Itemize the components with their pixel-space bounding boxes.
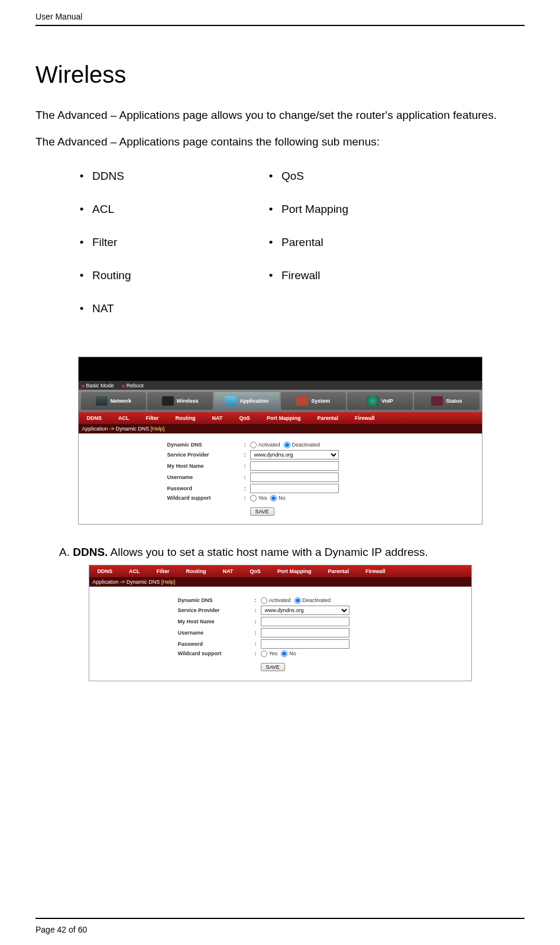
radio-label: Activated (269, 597, 291, 603)
tab-label: Status (446, 398, 462, 404)
subtab-firewall[interactable]: Firewall (357, 568, 394, 574)
tab-label: VoIP (381, 398, 393, 404)
breadcrumb: Application -> Dynamic DNS [Help] (79, 424, 482, 433)
deactivated-radio[interactable]: Deactivated (284, 442, 321, 448)
tab-label: Wireless (177, 398, 199, 404)
item-a-description: A. DDNS. Allows you to set a static host… (59, 546, 525, 559)
password-label: Password (167, 486, 244, 491)
submenu-item: Filter (71, 236, 260, 249)
activated-radio[interactable]: Activated (261, 597, 291, 604)
service-provider-label: Service Provider (178, 607, 255, 613)
page-footer: Page 42 of 60 (35, 925, 87, 934)
subtab-ddns[interactable]: DDNS (79, 415, 111, 421)
logo-banner (79, 357, 482, 381)
service-provider-label: Service Provider (167, 452, 244, 458)
password-label: Password (178, 641, 255, 647)
subtab-portmapping[interactable]: Port Mapping (258, 415, 309, 421)
radio-label: Deactivated (303, 597, 331, 603)
system-icon (296, 396, 308, 406)
basic-mode-link[interactable]: Basic Mode (82, 383, 114, 389)
subtab-routing[interactable]: Routing (178, 568, 215, 574)
router-screenshot-1: Basic Mode Reboot Network Wireless Appli… (78, 357, 483, 525)
password-input[interactable] (261, 639, 349, 649)
item-a-bold: DDNS. (73, 546, 108, 558)
wildcard-no-radio[interactable]: No (270, 495, 286, 501)
subtab-filter[interactable]: Filter (148, 568, 178, 574)
tab-network[interactable]: Network (81, 392, 147, 410)
help-link[interactable]: [Help] (161, 579, 176, 585)
breadcrumb-text: Application -> Dynamic DNS (93, 579, 161, 585)
subtab-ddns[interactable]: DDNS (89, 568, 121, 574)
breadcrumb: Application -> Dynamic DNS [Help] (89, 577, 471, 587)
wildcard-label: Wildcard support (167, 495, 244, 501)
activated-radio[interactable]: Activated (250, 442, 280, 448)
mode-bar: Basic Mode Reboot (79, 381, 482, 390)
tab-application[interactable]: Application (214, 392, 280, 410)
intro-paragraph-1: The Advanced – Applications page allows … (35, 103, 525, 128)
subtab-parental[interactable]: Parental (309, 415, 347, 421)
breadcrumb-text: Application -> Dynamic DNS (82, 426, 151, 432)
sub-tabs: DDNS ACL Filter Routing NAT QoS Port Map… (89, 565, 471, 577)
subtab-parental[interactable]: Parental (319, 568, 357, 574)
submenu-item: Routing (71, 269, 260, 282)
ddns-form: Dynamic DNS: Activated Deactivated Servi… (89, 587, 471, 681)
username-label: Username (178, 630, 255, 636)
voip-icon (367, 396, 378, 406)
radio-label: No (279, 495, 286, 501)
network-icon (96, 396, 108, 406)
footer-rule (35, 918, 525, 919)
reboot-link[interactable]: Reboot (122, 383, 144, 389)
subtab-routing[interactable]: Routing (167, 415, 204, 421)
wildcard-yes-radio[interactable]: Yes (261, 651, 278, 657)
host-name-input[interactable] (261, 617, 349, 626)
application-icon (225, 396, 237, 406)
wildcard-yes-radio[interactable]: Yes (250, 495, 267, 501)
subtab-firewall[interactable]: Firewall (347, 415, 383, 421)
wildcard-label: Wildcard support (178, 651, 255, 656)
subtab-acl[interactable]: ACL (110, 415, 138, 421)
tab-system[interactable]: System (281, 392, 347, 410)
submenu-item: NAT (71, 302, 260, 315)
save-button[interactable]: SAVE (261, 663, 285, 671)
subtab-portmapping[interactable]: Port Mapping (269, 568, 320, 574)
host-name-input[interactable] (250, 461, 339, 471)
subtab-acl[interactable]: ACL (121, 568, 148, 574)
radio-label: Yes (269, 651, 278, 656)
service-provider-select[interactable]: www.dyndns.org (261, 606, 349, 615)
radio-label: Yes (258, 495, 267, 501)
ddns-form: Dynamic DNS: Activated Deactivated Servi… (79, 433, 482, 524)
host-name-label: My Host Name (178, 619, 255, 624)
submenu-item: DDNS (71, 170, 260, 183)
page-header: User Manual (35, 12, 525, 26)
dynamic-dns-label: Dynamic DNS (167, 442, 244, 448)
tab-status[interactable]: Status (414, 392, 480, 410)
status-icon (431, 396, 443, 406)
submenu-list: DDNS QoS ACL Port Mapping Filter Parenta… (71, 170, 525, 315)
tab-voip[interactable]: VoIP (347, 392, 413, 410)
submenu-item: Parental (260, 236, 449, 249)
subtab-qos[interactable]: QoS (231, 415, 258, 421)
tab-label: System (311, 398, 330, 404)
wildcard-no-radio[interactable]: No (281, 651, 296, 657)
submenu-item: Firewall (260, 269, 449, 282)
subtab-nat[interactable]: NAT (204, 415, 231, 421)
save-button[interactable]: SAVE (250, 507, 274, 516)
dynamic-dns-label: Dynamic DNS (178, 597, 255, 603)
tab-wireless[interactable]: Wireless (147, 392, 213, 410)
submenu-item: ACL (71, 203, 260, 216)
username-input[interactable] (250, 472, 339, 482)
subtab-qos[interactable]: QoS (241, 568, 269, 574)
submenu-item: QoS (260, 170, 449, 183)
section-title: Wireless (35, 62, 525, 88)
service-provider-select[interactable]: www.dyndns.org (250, 450, 339, 459)
subtab-nat[interactable]: NAT (215, 568, 242, 574)
help-link[interactable]: [Help] (151, 426, 165, 432)
username-input[interactable] (261, 628, 349, 637)
password-input[interactable] (250, 484, 339, 493)
radio-label: No (289, 651, 296, 656)
sub-tabs: DDNS ACL Filter Routing NAT QoS Port Map… (79, 412, 482, 424)
subtab-filter[interactable]: Filter (138, 415, 167, 421)
intro-paragraph-2: The Advanced – Applications page contain… (35, 130, 525, 154)
page-number: Page 42 (35, 925, 66, 934)
deactivated-radio[interactable]: Deactivated (294, 597, 331, 604)
